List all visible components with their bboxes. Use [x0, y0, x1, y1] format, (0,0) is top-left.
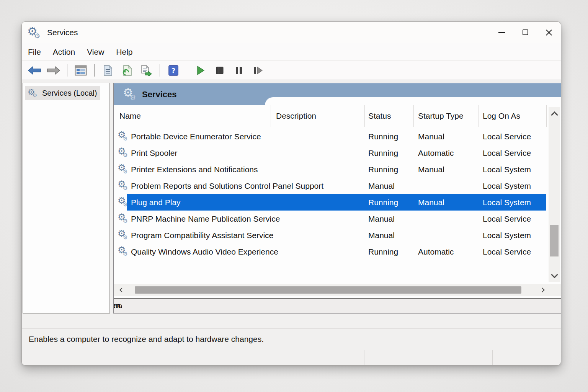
service-startup-type: Automatic: [418, 145, 454, 161]
pause-icon: [235, 66, 243, 75]
vertical-scrollbar-thumb[interactable]: [550, 225, 559, 256]
menu-help[interactable]: Help: [116, 47, 132, 57]
service-log-on-as: Local System: [483, 161, 531, 178]
service-log-on-as: Local System: [483, 227, 531, 243]
service-gears-icon: ⚙⚙: [118, 163, 130, 176]
col-header-description[interactable]: Description: [276, 105, 316, 127]
service-log-on-as: Local Service: [483, 128, 531, 145]
close-button[interactable]: [537, 22, 561, 43]
service-gears-icon: ⚙⚙: [118, 245, 130, 258]
service-log-on-as: Local Service: [483, 145, 531, 161]
console-tree-panel: ⚙⚙ Services (Local): [23, 83, 110, 314]
scroll-up-button[interactable]: [549, 108, 560, 119]
back-arrow-icon: [28, 65, 41, 76]
horizontal-scrollbar-thumb[interactable]: [135, 286, 521, 294]
service-log-on-as: Local Service: [483, 211, 531, 227]
view-tabs: Extended Standard: [114, 299, 561, 313]
service-status: Manual: [368, 211, 395, 227]
service-row[interactable]: ⚙⚙ Print Spooler Running Automatic Local…: [114, 145, 549, 161]
chevron-right-icon: [540, 287, 545, 292]
show-console-tree-button[interactable]: [74, 63, 88, 78]
service-row[interactable]: ⚙⚙ Plug and Play Running Manual Local Sy…: [114, 194, 549, 211]
sidebar-item-services-local[interactable]: ⚙⚙ Services (Local): [25, 86, 100, 100]
service-row[interactable]: ⚙⚙ Problem Reports and Solutions Control…: [114, 178, 549, 194]
properties-button[interactable]: [101, 63, 115, 78]
back-button[interactable]: [27, 63, 42, 78]
column-header-row: Name Description Status Startup Type Log…: [114, 105, 561, 127]
service-status: Running: [368, 145, 398, 161]
service-gears-icon: ⚙⚙: [118, 130, 130, 143]
menu-action[interactable]: Action: [53, 47, 75, 57]
services-gears-icon: ⚙⚙: [27, 25, 43, 40]
column-divider[interactable]: [271, 105, 271, 127]
window-controls: [490, 22, 561, 43]
toolbar: ?: [22, 61, 561, 80]
column-divider[interactable]: [546, 105, 547, 127]
service-log-on-as: Local Service: [483, 243, 531, 260]
chevron-down-icon: [551, 271, 558, 278]
service-row[interactable]: ⚙⚙ Program Compatibility Assistant Servi…: [114, 227, 549, 243]
column-divider[interactable]: [413, 105, 414, 127]
scroll-down-button[interactable]: [549, 270, 560, 281]
maximize-icon: [523, 29, 528, 35]
window-title: Services: [47, 28, 78, 37]
column-divider[interactable]: [364, 105, 365, 127]
vertical-scrollbar[interactable]: [549, 107, 560, 282]
statusbar-description: Enables a computer to recognize and adap…: [22, 328, 561, 350]
stop-service-button[interactable]: [212, 63, 227, 78]
menu-file[interactable]: File: [28, 47, 41, 57]
service-row[interactable]: ⚙⚙ Quality Windows Audio Video Experienc…: [114, 243, 549, 260]
menu-bar: File Action View Help: [22, 43, 561, 61]
services-window: ⚙⚙ Services File Action View Help: [21, 21, 561, 366]
tab-label: Standard: [113, 301, 144, 310]
forward-button[interactable]: [46, 63, 61, 78]
service-name: Portable Device Enumerator Service: [131, 128, 261, 145]
close-icon: [546, 29, 552, 36]
chevron-left-icon: [119, 287, 124, 292]
service-name: Plug and Play: [131, 194, 181, 211]
restart-service-button[interactable]: [251, 63, 265, 78]
service-gears-icon: ⚙⚙: [118, 179, 130, 192]
service-startup-type: Manual: [418, 161, 444, 178]
scroll-right-button[interactable]: [536, 284, 548, 296]
service-row[interactable]: ⚙⚙ Printer Extensions and Notifications …: [114, 161, 549, 178]
refresh-doc-icon: [122, 65, 132, 76]
restart-icon: [253, 66, 263, 75]
col-header-name[interactable]: Name: [119, 105, 141, 127]
svg-text:?: ?: [172, 67, 175, 75]
services-list-panel: ⚙⚙ Services Name Description Status Star…: [113, 83, 561, 314]
services-list: ⚙⚙ Portable Device Enumerator Service Ru…: [114, 128, 549, 260]
service-startup-type: Automatic: [418, 243, 454, 260]
service-startup-type: Manual: [418, 194, 444, 211]
export-list-button[interactable]: [139, 63, 154, 78]
service-name: Printer Extensions and Notifications: [131, 161, 258, 178]
column-divider[interactable]: [479, 105, 479, 127]
service-gears-icon: ⚙⚙: [118, 212, 130, 225]
statusbar-panel-divider: [364, 350, 364, 365]
minimize-button[interactable]: [490, 22, 513, 43]
refresh-button[interactable]: [120, 63, 134, 78]
service-log-on-as: Local System: [483, 178, 531, 194]
service-gears-icon: ⚙⚙: [118, 146, 130, 159]
help-button[interactable]: ?: [166, 63, 181, 78]
col-header-startup-type[interactable]: Startup Type: [418, 105, 464, 127]
horizontal-scrollbar[interactable]: [114, 284, 561, 296]
toolbar-separator: [94, 64, 95, 77]
col-header-status[interactable]: Status: [368, 105, 391, 127]
service-name: Program Compatibility Assistant Service: [131, 227, 273, 243]
toolbar-separator: [187, 64, 187, 77]
pause-service-button[interactable]: [232, 63, 246, 78]
service-name: Problem Reports and Solutions Control Pa…: [131, 178, 323, 194]
menu-view[interactable]: View: [87, 47, 104, 57]
col-header-log-on-as[interactable]: Log On As: [483, 105, 520, 127]
service-row[interactable]: ⚙⚙ PNRP Machine Name Publication Service…: [114, 211, 549, 227]
start-service-button[interactable]: [193, 63, 208, 78]
properties-doc-icon: [103, 65, 113, 76]
title-bar: ⚙⚙ Services: [22, 22, 561, 43]
service-row[interactable]: ⚙⚙ Portable Device Enumerator Service Ru…: [114, 128, 549, 145]
service-status: Running: [368, 243, 398, 260]
maximize-button[interactable]: [513, 22, 537, 43]
scroll-left-button[interactable]: [116, 284, 127, 296]
service-log-on-as: Local System: [483, 194, 531, 211]
service-name: Quality Windows Audio Video Experience: [131, 243, 278, 260]
